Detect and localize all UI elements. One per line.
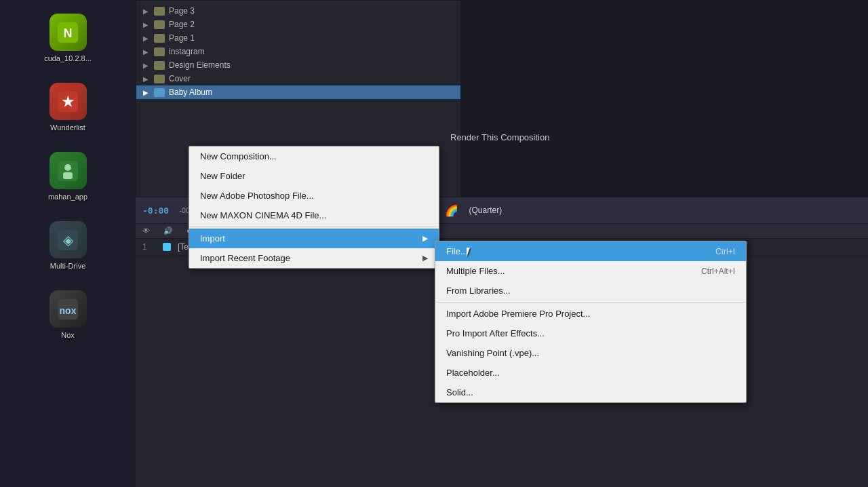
comp-viewer — [461, 0, 868, 197]
shortcut-label: Ctrl+Alt+I — [701, 267, 735, 276]
context-menu: New Composition... New Folder New Adobe … — [189, 146, 439, 269]
audio-col-header: 🔊 — [163, 227, 173, 235]
project-tree: ▶ Page 3 ▶ Page 2 ▶ Page 1 ▶ — [136, 1, 460, 102]
svg-point-5 — [64, 164, 71, 171]
desktop-icon-nox[interactable]: nox Nox — [41, 290, 95, 339]
submenu-item-solid[interactable]: Solid... — [435, 383, 746, 402]
tree-label: Cover — [169, 74, 191, 83]
submenu-item-file[interactable]: File... Ctrl+I — [435, 241, 746, 261]
submenu-arrow-icon: ▶ — [422, 234, 428, 243]
menu-divider — [189, 227, 439, 227]
multidrive-label: Multi-Drive — [50, 262, 86, 270]
expand-arrow: ▶ — [143, 62, 150, 69]
tree-label: Design Elements — [169, 60, 231, 70]
menu-divider — [435, 302, 746, 303]
svg-text:N: N — [64, 26, 73, 40]
timecode-display: -0:00 — [142, 206, 169, 216]
folder-icon — [154, 20, 165, 29]
expand-arrow: ▶ — [143, 48, 150, 56]
menu-item-new-composition[interactable]: New Composition... — [189, 147, 439, 166]
wunderlist-label: Wunderlist — [50, 123, 85, 132]
menu-item-import-recent[interactable]: Import Recent Footage ▶ — [189, 248, 439, 268]
submenu-arrow-icon: ▶ — [422, 254, 428, 262]
menu-item-new-folder[interactable]: New Folder — [189, 166, 439, 186]
expand-arrow: ▶ — [143, 89, 150, 96]
tree-item-instagram[interactable]: ▶ instagram — [136, 45, 460, 58]
expand-arrow: ▶ — [143, 35, 150, 42]
svg-text:nox: nox — [60, 305, 77, 316]
svg-text:◈: ◈ — [63, 233, 74, 248]
desktop-icon-cuda[interactable]: N cuda_10.2.8... — [41, 14, 95, 62]
menu-item-new-photoshop[interactable]: New Adobe Photoshop File... — [189, 186, 439, 206]
mahan-label: mahan_app — [48, 193, 87, 201]
nox-label: Nox — [61, 331, 75, 339]
submenu-item-pro-import[interactable]: Pro Import After Effects... — [435, 324, 746, 343]
tree-label: Page 2 — [169, 20, 195, 29]
quality-label: (Quarter) — [469, 206, 502, 215]
visibility-col-header: 👁 — [142, 227, 150, 235]
nox-icon: nox — [50, 290, 87, 328]
wunderlist-icon: ★ — [50, 83, 87, 120]
tree-item-page3[interactable]: ▶ Page 3 — [136, 4, 460, 18]
folder-icon — [154, 7, 165, 16]
tree-item-page1[interactable]: ▶ Page 1 — [136, 31, 460, 45]
layer-color — [163, 243, 171, 251]
menu-item-new-cinema4d[interactable]: New MAXON CINEMA 4D File... — [189, 206, 439, 225]
color-icon: 🌈 — [445, 204, 458, 217]
mahan-icon — [50, 152, 87, 189]
tree-label: instagram — [169, 47, 205, 56]
menu-item-import[interactable]: Import ▶ — [189, 229, 439, 248]
import-submenu: File... Ctrl+I Multiple Files... Ctrl+Al… — [435, 241, 747, 403]
tree-label: Page 3 — [169, 6, 195, 16]
desktop-icon-wunderlist[interactable]: ★ Wunderlist — [41, 83, 95, 132]
submenu-item-multiple-files[interactable]: Multiple Files... Ctrl+Alt+I — [435, 261, 746, 281]
layer-num: 1 — [142, 242, 156, 252]
cuda-icon: N — [50, 14, 87, 51]
folder-icon — [154, 34, 165, 43]
expand-arrow: ▶ — [143, 75, 150, 83]
multidrive-icon: ◈ — [50, 221, 87, 258]
folder-icon — [154, 88, 165, 97]
tree-item-baby-album[interactable]: ▶ Baby Album — [136, 85, 460, 99]
tree-label: Baby Album — [169, 87, 212, 97]
tree-item-design-elements[interactable]: ▶ Design Elements — [136, 58, 460, 72]
folder-icon — [154, 61, 165, 70]
cuda-label: cuda_10.2.8... — [44, 54, 92, 62]
folder-icon — [154, 75, 165, 83]
tree-label: Page 1 — [169, 33, 195, 43]
desktop-icon-mahan[interactable]: mahan_app — [41, 152, 95, 201]
desktop-icons-area: N cuda_10.2.8... ★ Wunderlist — [0, 0, 136, 487]
submenu-item-vanishing-point[interactable]: Vanishing Point (.vpe)... — [435, 343, 746, 363]
folder-icon — [154, 47, 165, 56]
tree-item-page2[interactable]: ▶ Page 2 — [136, 18, 460, 31]
submenu-item-from-libraries[interactable]: From Libraries... — [435, 281, 746, 300]
submenu-item-premiere-pro[interactable]: Import Adobe Premiere Pro Project... — [435, 304, 746, 324]
desktop-icon-multidrive[interactable]: ◈ Multi-Drive — [41, 221, 95, 270]
submenu-item-placeholder[interactable]: Placeholder... — [435, 363, 746, 383]
svg-text:★: ★ — [62, 94, 75, 109]
svg-rect-6 — [63, 172, 73, 179]
tree-item-cover[interactable]: ▶ Cover — [136, 72, 460, 85]
expand-arrow: ▶ — [143, 7, 150, 15]
render-this-composition: Render This Composition — [450, 132, 549, 142]
expand-arrow: ▶ — [143, 21, 150, 28]
shortcut-label: Ctrl+I — [715, 247, 735, 256]
desktop: N cuda_10.2.8... ★ Wunderlist — [0, 0, 868, 487]
